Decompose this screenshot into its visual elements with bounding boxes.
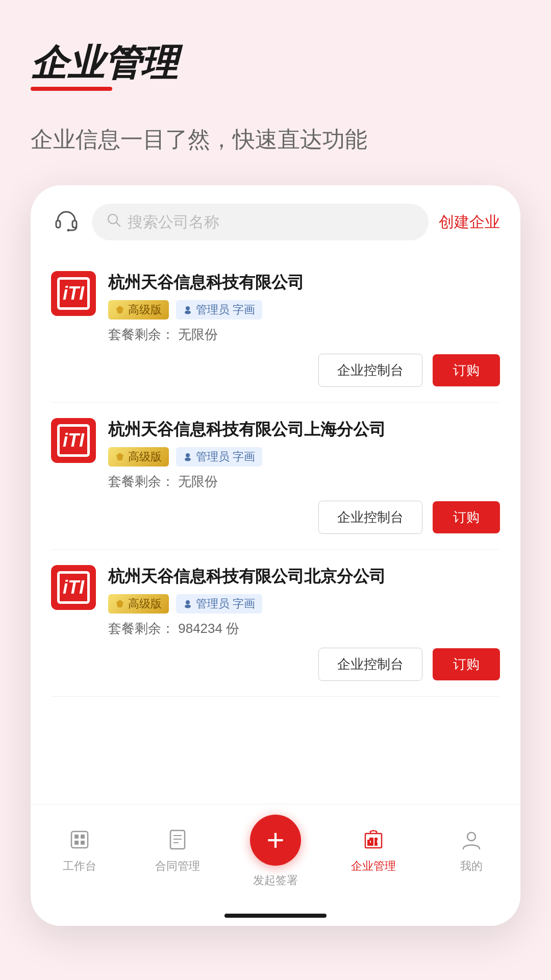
- company-logo: iTI: [51, 565, 96, 610]
- role-text: 管理员 字画: [196, 449, 255, 464]
- nav-item-sign[interactable]: + 发起签署: [227, 815, 324, 888]
- company-header: iTI 杭州天谷信息科技有限公司 高级版 管理员 字画: [51, 271, 500, 344]
- page-title: 企业管理: [31, 41, 178, 91]
- svg-point-9: [186, 453, 190, 457]
- quota-label: 套餐剩余：: [108, 621, 174, 636]
- company-card: iTI 杭州天谷信息科技有限公司北京分公司 高级版 管理员: [51, 550, 500, 697]
- page-container: 企业管理 企业信息一目了然，快速直达功能: [0, 0, 551, 980]
- company-logo-inner: iTI: [57, 424, 90, 457]
- create-enterprise-button[interactable]: 创建企业: [439, 212, 500, 233]
- quota-label: 套餐剩余：: [108, 474, 174, 489]
- manager-tag: 管理员 字画: [176, 300, 262, 320]
- phone-top-bar: 搜索公司名称 创建企业: [31, 185, 520, 251]
- enterprise-label: 企业管理: [351, 859, 396, 874]
- profile-label: 我的: [460, 859, 483, 874]
- nav-item-enterprise[interactable]: 企业管理: [324, 828, 422, 874]
- console-button[interactable]: 企业控制台: [318, 354, 422, 387]
- workbench-icon: [68, 828, 91, 854]
- console-button[interactable]: 企业控制台: [318, 648, 422, 681]
- premium-tag: 高级版: [108, 594, 169, 614]
- svg-point-13: [185, 604, 191, 608]
- page-title-block: 企业管理: [31, 41, 520, 91]
- quota-label: 套餐剩余：: [108, 327, 174, 342]
- company-card: iTI 杭州天谷信息科技有限公司上海分公司 高级版 管理员: [51, 403, 500, 550]
- svg-rect-14: [71, 831, 88, 848]
- svg-rect-25: [374, 838, 378, 841]
- svg-rect-16: [81, 835, 85, 839]
- company-header: iTI 杭州天谷信息科技有限公司上海分公司 高级版 管理员: [51, 418, 500, 491]
- manager-tag: 管理员 字画: [176, 447, 262, 467]
- plus-icon: +: [266, 825, 284, 855]
- sign-center-button[interactable]: +: [250, 815, 301, 866]
- svg-rect-15: [74, 835, 79, 839]
- role-text: 管理员 字画: [196, 302, 255, 317]
- home-indicator: [224, 914, 327, 918]
- svg-rect-17: [74, 841, 79, 845]
- svg-point-6: [186, 306, 190, 310]
- company-quota: 套餐剩余： 无限份: [108, 326, 500, 344]
- svg-marker-11: [116, 600, 123, 607]
- level-text: 高级版: [128, 596, 162, 611]
- company-name: 杭州天谷信息科技有限公司上海分公司: [108, 418, 500, 441]
- list-spacer: [51, 697, 500, 799]
- title-underline: [31, 87, 112, 91]
- company-tags: 高级版 管理员 字画: [108, 300, 500, 320]
- company-logo: iTI: [51, 418, 96, 463]
- company-info: 杭州天谷信息科技有限公司上海分公司 高级版 管理员 字画: [108, 418, 500, 491]
- company-logo-inner: iTI: [57, 571, 90, 604]
- phone-mockup: 搜索公司名称 创建企业 iTI 杭州天谷信息科技有限公司: [31, 185, 520, 925]
- order-button[interactable]: 订购: [433, 354, 500, 386]
- svg-rect-18: [81, 841, 85, 845]
- workbench-label: 工作台: [63, 859, 96, 874]
- contract-label: 合同管理: [155, 859, 200, 874]
- company-info: 杭州天谷信息科技有限公司 高级版 管理员 字画: [108, 271, 500, 344]
- search-bar[interactable]: 搜索公司名称: [92, 204, 429, 240]
- company-header: iTI 杭州天谷信息科技有限公司北京分公司 高级版 管理员: [51, 565, 500, 638]
- svg-rect-0: [56, 220, 60, 228]
- order-button[interactable]: 订购: [433, 648, 500, 680]
- company-actions: 企业控制台 订购: [51, 354, 500, 387]
- nav-item-profile[interactable]: 我的: [422, 828, 520, 874]
- sign-label: 发起签署: [253, 873, 298, 888]
- company-card: iTI 杭州天谷信息科技有限公司 高级版 管理员 字画: [51, 256, 500, 403]
- company-logo: iTI: [51, 271, 96, 316]
- nav-item-workbench[interactable]: 工作台: [31, 828, 129, 874]
- support-icon[interactable]: [51, 207, 82, 237]
- quota-value: 无限份: [178, 327, 218, 342]
- company-logo-inner: iTI: [57, 277, 90, 310]
- svg-point-2: [67, 229, 70, 232]
- order-button[interactable]: 订购: [433, 501, 500, 533]
- bottom-nav: 工作台 合同管理 + 发起签署: [31, 804, 520, 909]
- page-title-text: 企业管理: [31, 42, 178, 83]
- svg-point-12: [186, 600, 190, 604]
- company-tags: 高级版 管理员 字画: [108, 447, 500, 467]
- company-name: 杭州天谷信息科技有限公司: [108, 271, 500, 294]
- svg-point-7: [185, 311, 191, 314]
- search-placeholder-text: 搜索公司名称: [128, 212, 219, 233]
- profile-icon: [460, 828, 483, 854]
- quota-value: 无限份: [178, 474, 218, 489]
- bottom-indicator-wrapper: [31, 909, 520, 926]
- company-actions: 企业控制台 订购: [51, 501, 500, 534]
- logo-text: iTI: [63, 577, 84, 598]
- role-text: 管理员 字画: [196, 596, 255, 611]
- svg-rect-28: [367, 840, 370, 846]
- svg-line-4: [116, 223, 120, 226]
- manager-tag: 管理员 字画: [176, 594, 262, 614]
- logo-text: iTI: [63, 283, 84, 304]
- company-name: 杭州天谷信息科技有限公司北京分公司: [108, 565, 500, 588]
- level-text: 高级版: [128, 302, 162, 317]
- premium-tag: 高级版: [108, 300, 169, 320]
- level-text: 高级版: [128, 449, 162, 464]
- company-quota: 套餐剩余： 无限份: [108, 473, 500, 491]
- nav-item-contract[interactable]: 合同管理: [129, 828, 227, 874]
- premium-tag: 高级版: [108, 447, 169, 467]
- contract-icon: [166, 828, 189, 854]
- company-list: iTI 杭州天谷信息科技有限公司 高级版 管理员 字画: [31, 251, 520, 803]
- page-subtitle: 企业信息一目了然，快速直达功能: [31, 125, 520, 155]
- svg-point-10: [185, 457, 191, 461]
- svg-rect-29: [371, 838, 373, 846]
- svg-point-31: [467, 832, 475, 841]
- company-actions: 企业控制台 订购: [51, 648, 500, 681]
- console-button[interactable]: 企业控制台: [318, 501, 422, 534]
